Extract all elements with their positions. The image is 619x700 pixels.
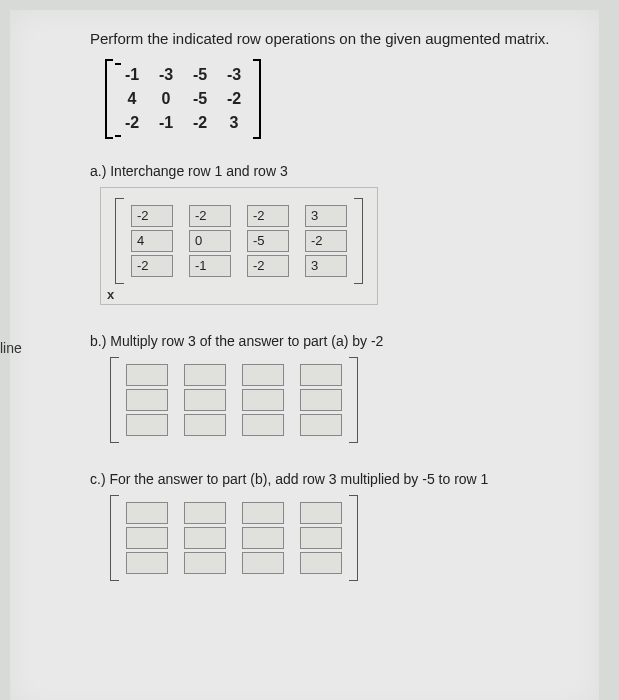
input-row: -2 -2 -2 3 bbox=[123, 205, 355, 227]
bracket-left bbox=[110, 357, 119, 443]
part-c-matrix bbox=[110, 495, 358, 581]
matrix-input[interactable] bbox=[184, 552, 226, 574]
matrix-input[interactable] bbox=[242, 552, 284, 574]
matrix-input[interactable] bbox=[126, 552, 168, 574]
bracket-right bbox=[349, 495, 358, 581]
matrix-input[interactable] bbox=[126, 527, 168, 549]
given-row: -2 -1 -2 3 bbox=[115, 111, 251, 135]
matrix-input[interactable] bbox=[184, 364, 226, 386]
matrix-input[interactable] bbox=[300, 527, 342, 549]
matrix-input[interactable]: -2 bbox=[131, 255, 173, 277]
part-a-matrix: -2 -2 -2 3 4 0 -5 -2 -2 -1 -2 3 bbox=[115, 198, 363, 284]
matrix-input[interactable]: -2 bbox=[305, 230, 347, 252]
matrix-input[interactable] bbox=[242, 414, 284, 436]
matrix-input[interactable] bbox=[300, 552, 342, 574]
input-row bbox=[118, 389, 350, 411]
matrix-input[interactable]: -2 bbox=[189, 205, 231, 227]
part-b-label: b.) Multiply row 3 of the answer to part… bbox=[90, 333, 569, 349]
given-cell: -5 bbox=[183, 63, 217, 87]
input-row: -2 -1 -2 3 bbox=[123, 255, 355, 277]
matrix-input[interactable]: -1 bbox=[189, 255, 231, 277]
given-cell: -2 bbox=[217, 87, 251, 111]
matrix-input[interactable]: -2 bbox=[247, 255, 289, 277]
input-row bbox=[118, 364, 350, 386]
matrix-input[interactable]: 3 bbox=[305, 255, 347, 277]
matrix-input[interactable] bbox=[242, 364, 284, 386]
given-cell: -1 bbox=[149, 111, 183, 135]
matrix-input[interactable] bbox=[242, 389, 284, 411]
matrix-input[interactable]: -2 bbox=[131, 205, 173, 227]
matrix-input[interactable] bbox=[242, 502, 284, 524]
input-row bbox=[118, 527, 350, 549]
matrix-input[interactable]: 4 bbox=[131, 230, 173, 252]
matrix-input[interactable]: 0 bbox=[189, 230, 231, 252]
matrix-input[interactable] bbox=[126, 414, 168, 436]
bracket-right bbox=[354, 198, 363, 284]
given-cell: 3 bbox=[217, 111, 251, 135]
matrix-input[interactable] bbox=[300, 389, 342, 411]
input-row bbox=[118, 552, 350, 574]
given-row: 4 0 -5 -2 bbox=[115, 87, 251, 111]
bracket-right bbox=[349, 357, 358, 443]
matrix-input[interactable] bbox=[300, 502, 342, 524]
given-cell: -2 bbox=[115, 111, 149, 135]
matrix-input[interactable] bbox=[184, 502, 226, 524]
part-a-label: a.) Interchange row 1 and row 3 bbox=[90, 163, 569, 179]
part-a-answer-box: -2 -2 -2 3 4 0 -5 -2 -2 -1 -2 3 x bbox=[100, 187, 378, 305]
part-b-matrix bbox=[110, 357, 358, 443]
part-c-label: c.) For the answer to part (b), add row … bbox=[90, 471, 569, 487]
matrix-input[interactable] bbox=[300, 414, 342, 436]
given-cell: 4 bbox=[115, 87, 149, 111]
matrix-input[interactable] bbox=[184, 414, 226, 436]
given-cell: -5 bbox=[183, 87, 217, 111]
matrix-input[interactable] bbox=[184, 527, 226, 549]
given-matrix: -1 -3 -5 -3 4 0 -5 -2 -2 -1 -2 3 bbox=[105, 59, 261, 139]
matrix-input[interactable] bbox=[126, 502, 168, 524]
input-row: 4 0 -5 -2 bbox=[123, 230, 355, 252]
given-cell: 0 bbox=[149, 87, 183, 111]
matrix-input[interactable] bbox=[126, 389, 168, 411]
matrix-input[interactable]: -2 bbox=[247, 205, 289, 227]
given-cell: -3 bbox=[149, 63, 183, 87]
incorrect-mark-icon: x bbox=[107, 287, 114, 302]
bracket-left bbox=[110, 495, 119, 581]
main-instruction: Perform the indicated row operations on … bbox=[90, 30, 569, 47]
matrix-input[interactable]: 3 bbox=[305, 205, 347, 227]
matrix-input[interactable] bbox=[242, 527, 284, 549]
given-row: -1 -3 -5 -3 bbox=[115, 63, 251, 87]
matrix-input[interactable]: -5 bbox=[247, 230, 289, 252]
input-row bbox=[118, 414, 350, 436]
side-label: line bbox=[0, 340, 22, 356]
matrix-input[interactable] bbox=[300, 364, 342, 386]
given-cell: -3 bbox=[217, 63, 251, 87]
matrix-input[interactable] bbox=[184, 389, 226, 411]
given-cell: -2 bbox=[183, 111, 217, 135]
worksheet-page: line Perform the indicated row operation… bbox=[10, 10, 599, 700]
given-cell: -1 bbox=[115, 63, 149, 87]
matrix-input[interactable] bbox=[126, 364, 168, 386]
bracket-left bbox=[115, 198, 124, 284]
input-row bbox=[118, 502, 350, 524]
